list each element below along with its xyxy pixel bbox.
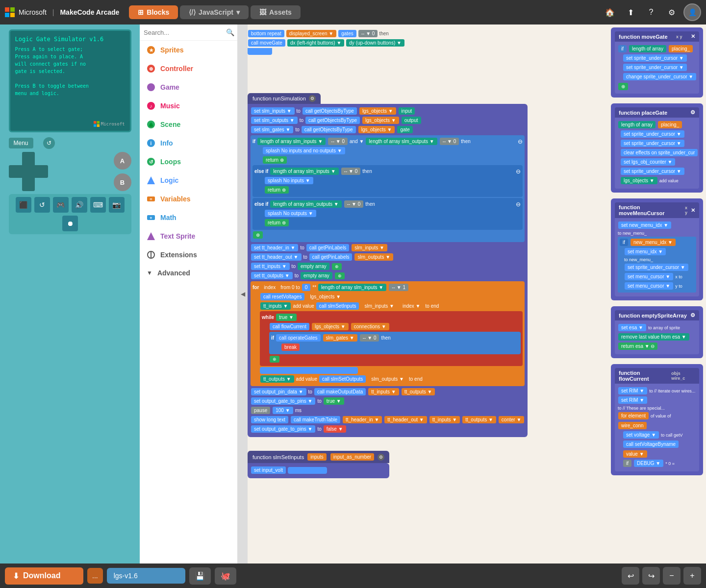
search-icon: 🔍 — [226, 28, 234, 36]
sprites-icon: ★ — [147, 46, 155, 54]
spacer-block — [260, 367, 358, 374]
restart-button[interactable]: ↺ — [34, 197, 50, 213]
sidebar-item-variables[interactable]: = Variables — [140, 190, 237, 208]
fn-placegate-close[interactable]: ⚙ — [690, 109, 695, 116]
sidebar-label-text-sprite: Text Sprite — [160, 232, 195, 240]
screenshot-button[interactable]: 📷 — [109, 197, 125, 213]
main-layout: Logic Gate Simulator v1.6 Press A to sel… — [0, 24, 706, 564]
dpad-right[interactable] — [34, 165, 48, 178]
tab-javascript[interactable]: ⟨/⟩ JavaScript ▾ — [180, 5, 249, 19]
zoom-out-button[interactable]: − — [663, 567, 681, 585]
while-loop: while true ▼ call flowCurrent lgs_object… — [260, 311, 523, 366]
fn-emptyspritearray-close[interactable]: ⚙ — [690, 312, 695, 318]
redo-button[interactable]: ↪ — [642, 567, 660, 585]
sidebar-item-loops[interactable]: ↺ Loops — [140, 152, 237, 171]
collapse-sidebar-button[interactable]: ◀ — [238, 24, 248, 564]
dpad[interactable] — [9, 152, 48, 191]
sidebar-label-loops: Loops — [160, 158, 181, 166]
dpad-left[interactable] — [9, 165, 23, 178]
tab-blocks[interactable]: ⊞ Blocks — [129, 5, 178, 19]
music-icon: ♪ — [147, 101, 155, 110]
github-button[interactable]: 🐙 — [215, 567, 236, 585]
keyboard-button[interactable]: ⌨ — [90, 197, 106, 213]
menu-button[interactable]: Menu — [9, 138, 33, 148]
sidebar-item-logic[interactable]: Logic — [140, 171, 237, 190]
sidebar-item-music[interactable]: ♪ Music — [140, 97, 237, 115]
sidebar-item-info[interactable]: i Info — [140, 134, 237, 152]
save-button[interactable]: 💾 — [189, 567, 211, 585]
help-button[interactable]: ? — [642, 3, 660, 21]
slm-body: set input_volt — [248, 463, 389, 478]
project-name-input[interactable] — [107, 568, 185, 584]
for-loop: for index from 0 to 0 ** length of array… — [251, 281, 525, 386]
while-body: call flowCurrent lgs_objects ▼ connectio… — [269, 322, 521, 363]
svg-rect-6 — [94, 124, 96, 127]
dpad-center — [22, 165, 35, 178]
user-avatar-button[interactable]: 👤 — [683, 3, 701, 21]
sidebar-label-controller: Controller — [160, 65, 193, 73]
settings-button[interactable]: ⚙ — [663, 3, 681, 21]
brand: Microsoft | MakeCode Arcade — [5, 7, 119, 17]
sidebar-label-info: Info — [160, 139, 173, 147]
fn-card-flowcurrent: function flowCurrent objs wire_c set RIM… — [611, 364, 703, 475]
header-tabs: ⊞ Blocks ⟨/⟩ JavaScript ▾ 🖼 Assets — [129, 5, 301, 19]
record-button[interactable]: ⏺ — [62, 216, 78, 231]
sidebar-label-logic: Logic — [160, 176, 178, 184]
sidebar-label-scene: Scene — [160, 121, 180, 128]
svg-rect-0 — [5, 7, 9, 12]
sim-toolbar: ⬛ ↺ 🎮 🔊 ⌨ 📷 ⏺ — [9, 194, 131, 234]
sidebar-item-sprites[interactable]: ★ Sprites — [140, 41, 237, 59]
button-a[interactable]: A — [114, 152, 131, 170]
sidebar-item-extensions[interactable]: Extensions — [140, 245, 237, 264]
download-icon: ⬇ — [13, 571, 19, 581]
svg-rect-5 — [97, 121, 99, 123]
slm-gear: ⚙ — [378, 454, 384, 461]
download-more-button[interactable]: ... — [87, 568, 103, 584]
fn-flowcurrent-params: objs wire_c — [671, 371, 695, 381]
footer: ⬇ Download ... 💾 🐙 ↩ ↪ − + — [0, 564, 706, 588]
stop-button[interactable]: ⬛ — [16, 197, 31, 213]
share-button[interactable]: ⬆ — [622, 3, 639, 21]
undo-button[interactable]: ↩ — [622, 567, 639, 585]
dpad-down[interactable] — [22, 177, 35, 191]
home-button[interactable]: 🏠 — [601, 3, 619, 21]
sidebar-item-math[interactable]: + Math — [140, 208, 237, 227]
right-panel: function moveGate x y ✕ if length of arr… — [608, 24, 706, 564]
button-b[interactable]: B — [114, 173, 131, 191]
assets-icon: 🖼 — [259, 8, 266, 16]
gamepad-button[interactable]: 🎮 — [53, 197, 69, 213]
simulator-panel: Logic Gate Simulator v1.6 Press A to sel… — [0, 24, 140, 564]
svg-rect-4 — [94, 121, 96, 123]
tab-assets[interactable]: 🖼 Assets — [251, 5, 301, 19]
fn-movemenucursor-close[interactable]: ✕ — [691, 207, 695, 214]
sidebar-item-scene[interactable]: 🌲 Scene — [140, 115, 237, 134]
top-snippet: bottom repeat displayed_screen ▼ gates -… — [248, 29, 405, 57]
sidebar-item-controller[interactable]: ⊕ Controller — [140, 59, 237, 78]
search-input[interactable] — [144, 29, 226, 36]
refresh-button[interactable]: ↺ — [43, 137, 55, 149]
header: Microsoft | MakeCode Arcade ⊞ Blocks ⟨/⟩… — [0, 0, 706, 24]
run-sim-body: set slm_inputs ▼to call getObjectsByType… — [248, 104, 528, 437]
fn-card-movemenucursor: function moveMenuCursor x y ✕ set new_me… — [611, 198, 703, 300]
brand-separator: | — [52, 8, 54, 16]
svg-text:⊕: ⊕ — [149, 66, 153, 72]
canvas-area[interactable]: bottom repeat displayed_screen ▼ gates -… — [248, 24, 608, 564]
sidebar-item-advanced[interactable]: ▼ Advanced — [140, 264, 237, 282]
svg-rect-3 — [10, 13, 15, 17]
text-sprite-icon — [147, 232, 155, 241]
download-button[interactable]: ⬇ Download — [5, 567, 83, 585]
zoom-in-button[interactable]: + — [683, 567, 701, 585]
fn-card-emptyspritearray: function emptySpriteArray ⚙ set esa ▼ to… — [611, 306, 703, 358]
sidebar-item-game[interactable]: Game — [140, 78, 237, 97]
sidebar-label-sprites: Sprites — [160, 46, 183, 54]
menu-label: Menu — [14, 140, 28, 147]
fn-flowcurrent-label: function flowCurrent — [619, 370, 671, 382]
dpad-ab-area: A B — [9, 152, 131, 191]
volume-button[interactable]: 🔊 — [72, 197, 87, 213]
sidebar-item-text-sprite[interactable]: Text Sprite — [140, 227, 237, 245]
fn-movemenucursor-label: function moveMenuCursor — [619, 204, 685, 216]
dpad-up[interactable] — [22, 152, 35, 166]
fn-movegate-close[interactable]: ✕ — [691, 33, 695, 40]
svg-text:♪: ♪ — [150, 103, 152, 109]
fn-movegate-params: x y — [676, 34, 682, 39]
